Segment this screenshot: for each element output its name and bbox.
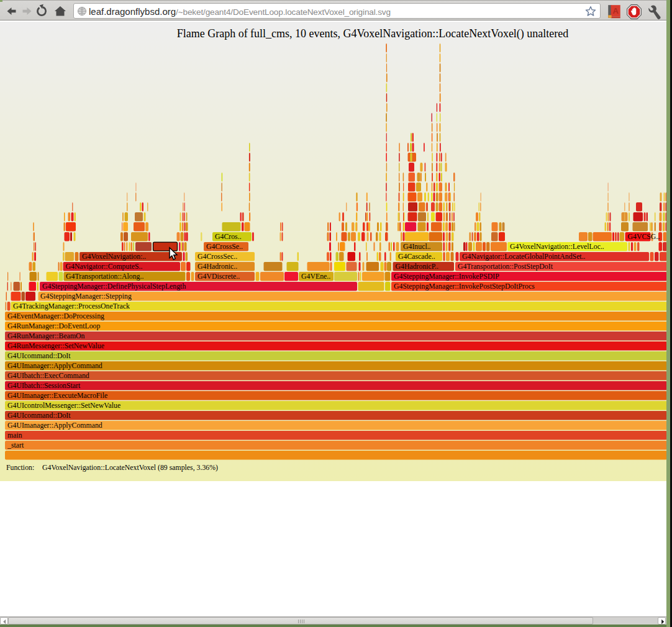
svg-text:_start: _start bbox=[7, 441, 24, 449]
svg-text:main: main bbox=[7, 431, 22, 440]
svg-text:G4UImanager::ExecuteMacroFile: G4UImanager::ExecuteMacroFile bbox=[7, 391, 107, 400]
svg-text:G4UIcontrolMessenger::SetNewVa: G4UIcontrolMessenger::SetNewValue bbox=[7, 401, 120, 410]
svg-text:G4VoxelNavigation::LevelLoc..: G4VoxelNavigation::LevelLoc.. bbox=[510, 242, 604, 251]
svg-text:G4Transportation::Along..: G4Transportation::Along.. bbox=[66, 272, 143, 281]
svg-text:G4Transportation::PostStepDoIt: G4Transportation::PostStepDoIt bbox=[458, 262, 553, 271]
svg-text:Flame Graph of full_cms, 10 ev: Flame Graph of full_cms, 10 events, G4Vo… bbox=[177, 27, 569, 40]
svg-text:G4EventManager::DoProcessing: G4EventManager::DoProcessing bbox=[7, 312, 104, 320]
svg-text:G4Hadronic..: G4Hadronic.. bbox=[198, 262, 237, 271]
svg-text:G4VoxelNavigation:..: G4VoxelNavigation:.. bbox=[82, 252, 146, 261]
svg-text:G4Cascade..: G4Cascade.. bbox=[398, 252, 435, 261]
svg-text:G4RunMessenger::SetNewValue: G4RunMessenger::SetNewValue bbox=[7, 341, 104, 350]
svg-text:G4TrackingManager::ProcessOneT: G4TrackingManager::ProcessOneTrack bbox=[13, 302, 130, 310]
svg-text:G4UIcommand::DoIt: G4UIcommand::DoIt bbox=[7, 351, 71, 360]
svg-text:G4Inucl..: G4Inucl.. bbox=[403, 242, 431, 251]
svg-text:G4UIcommand::DoIt: G4UIcommand::DoIt bbox=[7, 411, 71, 420]
svg-text:G4UImanager::ApplyCommand: G4UImanager::ApplyCommand bbox=[7, 361, 102, 370]
svg-text:G4SteppingManager::InvokePostS: G4SteppingManager::InvokePostStepDoItPro… bbox=[394, 282, 535, 291]
svg-text:G4UIbatch::ExecCommand: G4UIbatch::ExecCommand bbox=[7, 371, 89, 380]
svg-text:G4UImanager::ApplyCommand: G4UImanager::ApplyCommand bbox=[7, 421, 102, 430]
svg-text:G4Navigator::ComputeS..: G4Navigator::ComputeS.. bbox=[66, 262, 143, 271]
svg-text:G4SteppingManager::DefinePhysi: G4SteppingManager::DefinePhysicalStepLen… bbox=[42, 282, 186, 291]
svg-text:G4SteppingManager::Stepping: G4SteppingManager::Stepping bbox=[40, 292, 132, 300]
svg-text:G4Navigator::LocateGlobalPoint: G4Navigator::LocateGlobalPointAndSet.. bbox=[462, 252, 586, 261]
svg-text:G4HadronicP..: G4HadronicP.. bbox=[396, 262, 439, 271]
svg-text:G4CrossSec..: G4CrossSec.. bbox=[198, 252, 237, 261]
svg-text:G4Cros..: G4Cros.. bbox=[215, 232, 242, 241]
svg-text:A: A bbox=[612, 6, 619, 16]
svg-text:G4SteppingManager::InvokePSDIP: G4SteppingManager::InvokePSDIP bbox=[394, 272, 499, 281]
svg-text:G4RunManager::BeamOn: G4RunManager::BeamOn bbox=[7, 332, 85, 340]
svg-text:G4CrossSe..: G4CrossSe.. bbox=[206, 242, 243, 251]
svg-text:G4VCSG..: G4VCSG.. bbox=[628, 232, 660, 241]
svg-text:Function:: Function: bbox=[6, 463, 34, 472]
svg-text:G4VoxelNavigation::LocateNextV: G4VoxelNavigation::LocateNextVoxel (89 s… bbox=[42, 463, 218, 472]
svg-text:G4VDiscrete..: G4VDiscrete.. bbox=[198, 272, 240, 281]
svg-text:G4VEne..: G4VEne.. bbox=[301, 272, 330, 281]
svg-text:G4UIbatch::SessionStart: G4UIbatch::SessionStart bbox=[7, 381, 81, 390]
svg-text:G4RunManager::DoEventLoop: G4RunManager::DoEventLoop bbox=[7, 322, 100, 330]
